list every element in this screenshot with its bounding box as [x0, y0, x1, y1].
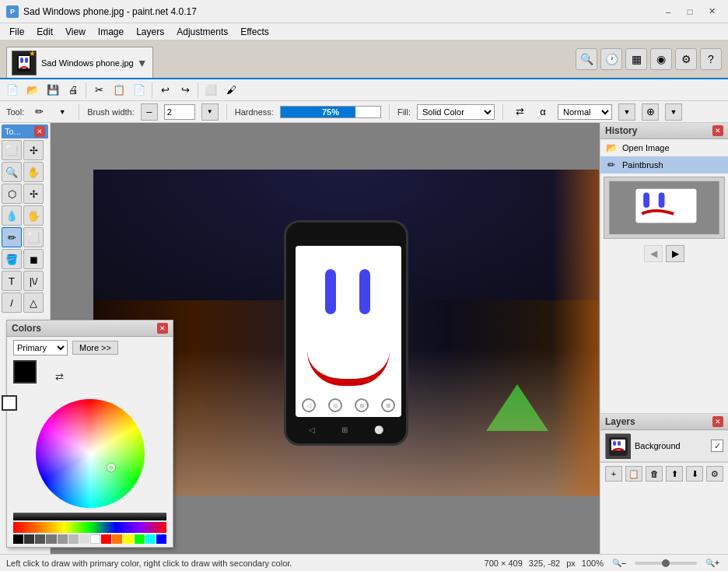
- tool-eraser[interactable]: ⬜: [23, 227, 44, 247]
- settings-btn[interactable]: ⚙: [675, 48, 697, 70]
- tool-text2[interactable]: |\/: [23, 271, 44, 291]
- brush-width-dropdown[interactable]: ▼: [201, 103, 219, 121]
- swatch-lighter[interactable]: [68, 534, 79, 544]
- tool-zoom[interactable]: 🔍: [2, 162, 22, 182]
- grid-btn[interactable]: ▦: [625, 48, 647, 70]
- tool-fill[interactable]: 🪣: [2, 249, 22, 269]
- image-tab[interactable]: ★ Sad Windows phone.jpg ▼: [6, 47, 153, 78]
- open-btn[interactable]: 📂: [23, 81, 42, 100]
- select-rect-btn[interactable]: ⬜: [201, 81, 220, 100]
- swatch-gray[interactable]: [35, 534, 45, 544]
- menu-image[interactable]: Image: [92, 25, 130, 39]
- paintbrush-tb-btn[interactable]: 🖌: [222, 81, 240, 100]
- undo-btn[interactable]: ↩: [156, 81, 174, 100]
- tool-gradient[interactable]: ◼: [23, 249, 44, 269]
- copy-btn[interactable]: 📋: [110, 81, 128, 100]
- primary-secondary-select[interactable]: Primary Secondary: [13, 340, 68, 356]
- move-layer-down-btn[interactable]: ⬇: [686, 466, 703, 482]
- save-btn[interactable]: 💾: [44, 81, 62, 100]
- print-btn[interactable]: 🖨: [64, 81, 82, 100]
- redo-btn[interactable]: ↪: [176, 81, 194, 100]
- history-redo-btn[interactable]: ▶: [666, 245, 684, 262]
- circle-btn[interactable]: ◉: [650, 48, 672, 70]
- paste-btn[interactable]: 📄: [130, 81, 149, 100]
- layer-properties-btn[interactable]: ⚙: [706, 466, 723, 482]
- move-layer-up-btn[interactable]: ⬆: [666, 466, 683, 482]
- swatch-darkgray[interactable]: [24, 534, 34, 544]
- swatch-cyan[interactable]: [145, 534, 156, 544]
- duplicate-layer-btn[interactable]: 📋: [625, 466, 642, 482]
- tool-move-selection[interactable]: ✢: [23, 140, 44, 160]
- tool-selector-btn[interactable]: ✏: [30, 103, 47, 121]
- extra-dropdown-btn[interactable]: ▼: [665, 103, 682, 121]
- delete-layer-btn[interactable]: 🗑: [646, 466, 663, 482]
- tool-shapes[interactable]: △: [23, 293, 44, 313]
- help-btn[interactable]: ?: [700, 48, 722, 70]
- layers-panel-close[interactable]: ✕: [712, 416, 723, 427]
- brush-width-minus[interactable]: –: [141, 103, 158, 121]
- swatch-yellow[interactable]: [123, 534, 133, 544]
- tool-text[interactable]: T: [2, 271, 22, 291]
- menu-layers[interactable]: Layers: [130, 25, 170, 39]
- swatch-lightgray[interactable]: [58, 534, 68, 544]
- menu-edit[interactable]: Edit: [30, 25, 59, 39]
- add-layer-btn[interactable]: +: [605, 466, 622, 482]
- tool-panel-close[interactable]: ✕: [34, 126, 45, 137]
- hardness-bar[interactable]: 75%: [280, 106, 381, 118]
- swatch-black[interactable]: [13, 534, 23, 544]
- maximize-button[interactable]: □: [680, 4, 700, 19]
- extra-options-btn[interactable]: ⊕: [642, 103, 659, 121]
- tool-magic-wand[interactable]: ✢: [23, 184, 44, 204]
- tab-dropdown-arrow[interactable]: ▼: [137, 57, 148, 69]
- minimize-button[interactable]: –: [658, 4, 678, 19]
- menu-file[interactable]: File: [3, 25, 30, 39]
- layer-visibility-check[interactable]: ✓: [711, 440, 723, 452]
- blend-mode-dropdown[interactable]: ▼: [618, 103, 635, 121]
- primary-color-box[interactable]: [13, 360, 37, 384]
- history-open-icon: 📂: [605, 142, 618, 154]
- swatch-white[interactable]: [90, 534, 100, 544]
- value-slider[interactable]: [13, 513, 166, 520]
- swatch-nearwhite[interactable]: [79, 534, 89, 544]
- alpha-icon[interactable]: α: [534, 103, 551, 121]
- brush-width-input[interactable]: [164, 104, 195, 120]
- menu-adjustments[interactable]: Adjustments: [170, 25, 234, 39]
- clock-btn[interactable]: 🕐: [600, 48, 622, 70]
- menu-view[interactable]: View: [59, 25, 92, 39]
- fill-select[interactable]: Solid Color No Fill: [417, 104, 495, 120]
- zoom-out-btn[interactable]: 🔍–: [610, 554, 628, 572]
- tool-color-picker[interactable]: 💧: [2, 205, 22, 226]
- history-panel-close[interactable]: ✕: [712, 125, 723, 136]
- color-spectrum-bar[interactable]: [13, 522, 166, 533]
- swatch-blue[interactable]: [156, 534, 166, 544]
- magnifier-btn[interactable]: 🔍: [576, 48, 597, 70]
- swatch-green[interactable]: [135, 534, 145, 544]
- layer-item-background[interactable]: Background ✓: [600, 430, 728, 462]
- more-colors-btn[interactable]: More >>: [72, 341, 118, 355]
- history-item-paintbrush[interactable]: ✏ Paintbrush: [600, 156, 728, 173]
- color-wheel[interactable]: [36, 399, 145, 508]
- swatch-orange[interactable]: [112, 534, 122, 544]
- zoom-slider[interactable]: [635, 562, 697, 565]
- tool-line[interactable]: /: [2, 293, 22, 313]
- tool-paintbrush[interactable]: ✏: [2, 227, 22, 247]
- close-button[interactable]: ✕: [702, 4, 722, 19]
- blend-mode-icon[interactable]: ⇄: [511, 103, 528, 121]
- tool-pan[interactable]: ✋: [23, 162, 44, 182]
- tool-rect-select[interactable]: ⬜: [2, 140, 22, 160]
- tool-clone[interactable]: 🖐: [23, 205, 44, 226]
- tool-lasso[interactable]: ⬡: [2, 184, 22, 204]
- swatch-red[interactable]: [101, 534, 111, 544]
- history-item-open-image[interactable]: 📂 Open Image: [600, 139, 728, 156]
- tool-dropdown-btn[interactable]: ▼: [54, 103, 71, 121]
- cut-btn[interactable]: ✂: [89, 81, 108, 100]
- swatch-medgray[interactable]: [46, 534, 56, 544]
- colors-panel-close[interactable]: ✕: [157, 323, 168, 334]
- swap-colors-btn[interactable]: ⇄: [55, 371, 68, 384]
- blend-mode-select[interactable]: Normal Multiply: [558, 104, 612, 120]
- history-undo-btn[interactable]: ◀: [644, 245, 663, 262]
- menu-effects[interactable]: Effects: [234, 25, 275, 39]
- new-btn[interactable]: 📄: [3, 81, 22, 100]
- color-boxes[interactable]: [13, 360, 47, 394]
- zoom-in-btn[interactable]: 🔍+: [703, 554, 722, 572]
